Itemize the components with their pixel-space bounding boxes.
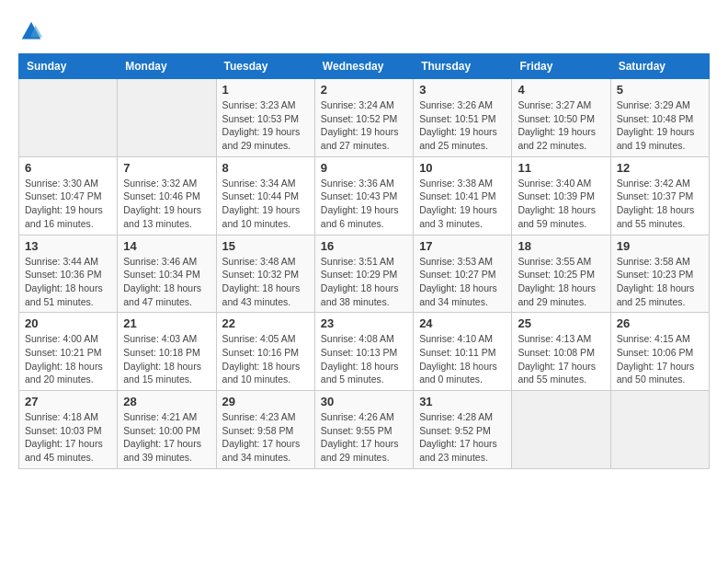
day-detail: Sunrise: 4:03 AM Sunset: 10:18 PM Daylig… bbox=[123, 332, 210, 386]
header-sunday: Sunday bbox=[19, 54, 118, 79]
day-number: 9 bbox=[321, 161, 407, 175]
calendar-cell: 9Sunrise: 3:36 AM Sunset: 10:43 PM Dayli… bbox=[314, 156, 413, 235]
day-detail: Sunrise: 4:26 AM Sunset: 9:55 PM Dayligh… bbox=[321, 410, 407, 465]
day-number: 21 bbox=[123, 316, 210, 330]
logo-icon bbox=[18, 18, 44, 44]
calendar-cell: 4Sunrise: 3:27 AM Sunset: 10:50 PM Dayli… bbox=[512, 79, 610, 157]
day-detail: Sunrise: 3:55 AM Sunset: 10:25 PM Daylig… bbox=[518, 255, 604, 309]
day-detail: Sunrise: 3:34 AM Sunset: 10:44 PM Daylig… bbox=[222, 177, 309, 231]
day-detail: Sunrise: 3:32 AM Sunset: 10:46 PM Daylig… bbox=[123, 177, 210, 231]
day-number: 19 bbox=[617, 239, 703, 253]
header-friday: Friday bbox=[512, 54, 610, 79]
day-detail: Sunrise: 3:30 AM Sunset: 10:47 PM Daylig… bbox=[25, 177, 111, 231]
day-detail: Sunrise: 3:29 AM Sunset: 10:48 PM Daylig… bbox=[617, 98, 703, 153]
calendar-cell: 19Sunrise: 3:58 AM Sunset: 10:23 PM Dayl… bbox=[610, 235, 709, 313]
calendar-cell: 22Sunrise: 4:05 AM Sunset: 10:16 PM Dayl… bbox=[216, 313, 314, 391]
week-row-1: 1Sunrise: 3:23 AM Sunset: 10:53 PM Dayli… bbox=[19, 79, 710, 157]
calendar-cell: 31Sunrise: 4:28 AM Sunset: 9:52 PM Dayli… bbox=[414, 391, 512, 469]
calendar-cell bbox=[610, 391, 709, 469]
calendar-cell: 5Sunrise: 3:29 AM Sunset: 10:48 PM Dayli… bbox=[610, 79, 709, 157]
calendar-cell: 1Sunrise: 3:23 AM Sunset: 10:53 PM Dayli… bbox=[216, 79, 314, 157]
day-detail: Sunrise: 4:21 AM Sunset: 10:00 PM Daylig… bbox=[123, 410, 210, 465]
day-detail: Sunrise: 3:48 AM Sunset: 10:32 PM Daylig… bbox=[222, 255, 309, 309]
day-number: 29 bbox=[222, 395, 309, 408]
calendar-cell: 14Sunrise: 3:46 AM Sunset: 10:34 PM Dayl… bbox=[118, 235, 216, 313]
day-number: 30 bbox=[321, 395, 407, 408]
day-number: 12 bbox=[617, 161, 703, 175]
day-detail: Sunrise: 4:23 AM Sunset: 9:58 PM Dayligh… bbox=[222, 410, 309, 465]
day-detail: Sunrise: 3:46 AM Sunset: 10:34 PM Daylig… bbox=[123, 255, 210, 309]
calendar-cell: 28Sunrise: 4:21 AM Sunset: 10:00 PM Dayl… bbox=[118, 391, 216, 469]
calendar-cell: 2Sunrise: 3:24 AM Sunset: 10:52 PM Dayli… bbox=[314, 79, 413, 157]
calendar-cell: 6Sunrise: 3:30 AM Sunset: 10:47 PM Dayli… bbox=[19, 156, 118, 235]
day-detail: Sunrise: 4:18 AM Sunset: 10:03 PM Daylig… bbox=[25, 410, 111, 465]
day-detail: Sunrise: 3:40 AM Sunset: 10:39 PM Daylig… bbox=[518, 177, 604, 231]
page-header bbox=[18, 18, 710, 44]
header-thursday: Thursday bbox=[414, 54, 512, 79]
day-number: 20 bbox=[25, 316, 111, 330]
calendar-cell: 11Sunrise: 3:40 AM Sunset: 10:39 PM Dayl… bbox=[512, 156, 610, 235]
day-number: 14 bbox=[123, 239, 210, 253]
day-number: 26 bbox=[617, 316, 703, 330]
day-detail: Sunrise: 3:38 AM Sunset: 10:41 PM Daylig… bbox=[419, 177, 506, 231]
calendar-cell: 23Sunrise: 4:08 AM Sunset: 10:13 PM Dayl… bbox=[314, 313, 413, 391]
header-wednesday: Wednesday bbox=[314, 54, 413, 79]
calendar-cell: 24Sunrise: 4:10 AM Sunset: 10:11 PM Dayl… bbox=[414, 313, 512, 391]
calendar-header: SundayMondayTuesdayWednesdayThursdayFrid… bbox=[19, 54, 710, 79]
day-detail: Sunrise: 4:15 AM Sunset: 10:06 PM Daylig… bbox=[617, 332, 703, 386]
day-number: 31 bbox=[419, 395, 506, 408]
day-detail: Sunrise: 3:51 AM Sunset: 10:29 PM Daylig… bbox=[321, 255, 407, 309]
week-row-3: 13Sunrise: 3:44 AM Sunset: 10:36 PM Dayl… bbox=[19, 235, 710, 313]
day-number: 24 bbox=[419, 316, 506, 330]
day-detail: Sunrise: 4:00 AM Sunset: 10:21 PM Daylig… bbox=[25, 332, 111, 386]
calendar-cell: 27Sunrise: 4:18 AM Sunset: 10:03 PM Dayl… bbox=[19, 391, 118, 469]
calendar-cell: 10Sunrise: 3:38 AM Sunset: 10:41 PM Dayl… bbox=[414, 156, 512, 235]
calendar-cell: 16Sunrise: 3:51 AM Sunset: 10:29 PM Dayl… bbox=[314, 235, 413, 313]
calendar-cell: 8Sunrise: 3:34 AM Sunset: 10:44 PM Dayli… bbox=[216, 156, 314, 235]
day-detail: Sunrise: 3:23 AM Sunset: 10:53 PM Daylig… bbox=[222, 98, 309, 153]
day-detail: Sunrise: 3:27 AM Sunset: 10:50 PM Daylig… bbox=[518, 98, 604, 153]
calendar-cell: 29Sunrise: 4:23 AM Sunset: 9:58 PM Dayli… bbox=[216, 391, 314, 469]
day-detail: Sunrise: 4:13 AM Sunset: 10:08 PM Daylig… bbox=[518, 332, 604, 386]
header-tuesday: Tuesday bbox=[216, 54, 314, 79]
day-number: 2 bbox=[321, 83, 407, 97]
day-number: 18 bbox=[518, 239, 604, 253]
calendar-cell bbox=[19, 79, 118, 157]
calendar-cell: 20Sunrise: 4:00 AM Sunset: 10:21 PM Dayl… bbox=[19, 313, 118, 391]
day-number: 17 bbox=[419, 239, 506, 253]
calendar-cell: 12Sunrise: 3:42 AM Sunset: 10:37 PM Dayl… bbox=[610, 156, 709, 235]
header-saturday: Saturday bbox=[610, 54, 709, 79]
calendar-table: SundayMondayTuesdayWednesdayThursdayFrid… bbox=[18, 53, 710, 469]
day-detail: Sunrise: 3:26 AM Sunset: 10:51 PM Daylig… bbox=[419, 98, 506, 153]
day-detail: Sunrise: 3:44 AM Sunset: 10:36 PM Daylig… bbox=[25, 255, 111, 309]
logo bbox=[18, 18, 48, 44]
calendar-cell bbox=[118, 79, 216, 157]
day-number: 15 bbox=[222, 239, 309, 253]
week-row-2: 6Sunrise: 3:30 AM Sunset: 10:47 PM Dayli… bbox=[19, 156, 710, 235]
calendar-cell: 3Sunrise: 3:26 AM Sunset: 10:51 PM Dayli… bbox=[414, 79, 512, 157]
day-number: 3 bbox=[419, 83, 506, 97]
day-number: 10 bbox=[419, 161, 506, 175]
day-detail: Sunrise: 3:42 AM Sunset: 10:37 PM Daylig… bbox=[617, 177, 703, 231]
day-number: 1 bbox=[222, 83, 309, 97]
calendar-cell: 26Sunrise: 4:15 AM Sunset: 10:06 PM Dayl… bbox=[610, 313, 709, 391]
day-detail: Sunrise: 4:08 AM Sunset: 10:13 PM Daylig… bbox=[321, 332, 407, 386]
day-number: 6 bbox=[25, 161, 111, 175]
day-number: 23 bbox=[321, 316, 407, 330]
day-number: 16 bbox=[321, 239, 407, 253]
calendar-cell: 7Sunrise: 3:32 AM Sunset: 10:46 PM Dayli… bbox=[118, 156, 216, 235]
calendar-cell: 25Sunrise: 4:13 AM Sunset: 10:08 PM Dayl… bbox=[512, 313, 610, 391]
week-row-4: 20Sunrise: 4:00 AM Sunset: 10:21 PM Dayl… bbox=[19, 313, 710, 391]
day-detail: Sunrise: 3:58 AM Sunset: 10:23 PM Daylig… bbox=[617, 255, 703, 309]
day-number: 25 bbox=[518, 316, 604, 330]
calendar-cell: 13Sunrise: 3:44 AM Sunset: 10:36 PM Dayl… bbox=[19, 235, 118, 313]
day-number: 11 bbox=[518, 161, 604, 175]
day-detail: Sunrise: 4:28 AM Sunset: 9:52 PM Dayligh… bbox=[419, 410, 506, 465]
day-detail: Sunrise: 3:24 AM Sunset: 10:52 PM Daylig… bbox=[321, 98, 407, 153]
day-number: 27 bbox=[25, 395, 111, 408]
day-detail: Sunrise: 3:53 AM Sunset: 10:27 PM Daylig… bbox=[419, 255, 506, 309]
day-number: 28 bbox=[123, 395, 210, 408]
calendar-cell: 21Sunrise: 4:03 AM Sunset: 10:18 PM Dayl… bbox=[118, 313, 216, 391]
calendar-cell: 17Sunrise: 3:53 AM Sunset: 10:27 PM Dayl… bbox=[414, 235, 512, 313]
header-row: SundayMondayTuesdayWednesdayThursdayFrid… bbox=[19, 54, 710, 79]
